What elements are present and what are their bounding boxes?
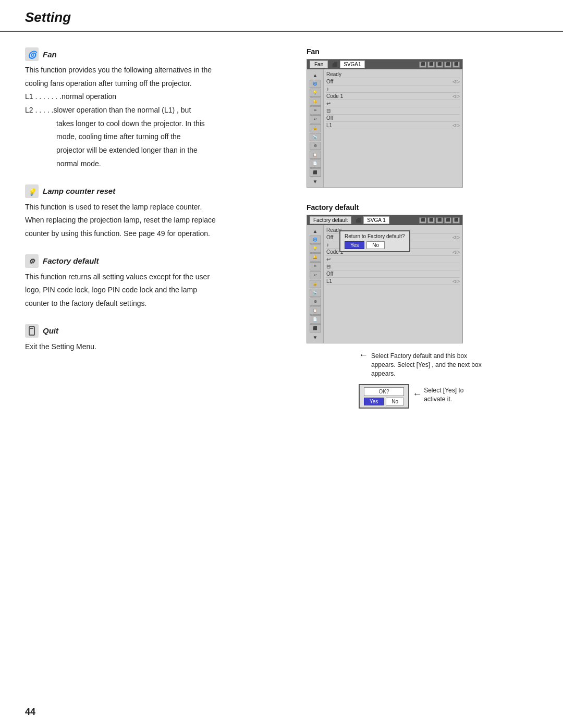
sidebar-icon-2: 💡 [310, 89, 321, 97]
factory-default-section-title: Factory default [43, 256, 99, 265]
factory-dialog2-no-button[interactable]: No [386, 398, 404, 405]
quit-title: Quit [25, 324, 286, 338]
fan-panel: Fan Fan ⬛ SVGA1 ⬛ ⬛ ⬛ ⬛ ⬛ ▲ [307, 47, 484, 188]
icon-5: ⬛ [452, 61, 460, 68]
lamp-line-3: counter by using this function. See page… [25, 228, 286, 240]
page-title: Setting [25, 9, 71, 25]
quit-section: Quit Exit the Setting Menu. [25, 324, 286, 353]
factory-default-section: ⚙ Factory default This function returns … [25, 254, 286, 310]
fan-line-7: projector will be extended longer than i… [56, 145, 286, 156]
factory-source: SVGA 1 [363, 216, 389, 224]
sidebar-down-arrow: ▼ [310, 177, 321, 186]
factory-mini-ui: Factory default ⬛ SVGA 1 ⬛ ⬛ ⬛ ⬛ ⬛ [307, 215, 463, 343]
factory-dialog-2-container: OK? Yes No ← Select [Yes] toactivate it. [359, 384, 484, 409]
factory-sicon-9: 📋 [310, 306, 321, 315]
factory-mini-sidebar: ▲ 🌀 💡 🔔 ✏ ↩ 🔒 📡 ⚙ 📋 📄 ⬛ ▼ [307, 225, 324, 343]
left-column: 🌀 Fan This function provides you the fol… [25, 47, 286, 409]
fan-row-off: Off ◁▷ [326, 78, 460, 85]
fan-section-title: Fan [43, 50, 57, 59]
ficon-5: ⬛ [452, 217, 460, 224]
fan-line-1: This function provides you the following… [25, 65, 286, 76]
lamp-counter-reset-section-title: Lamp counter reset [43, 187, 115, 195]
sidebar-icon-5: ↩ [310, 115, 321, 124]
sidebar-icon-8: ⚙ [310, 142, 321, 150]
factory-line-2: logo, PIN code lock, logo PIN code lock … [25, 285, 286, 296]
factory-sicon-6: 🔒 [310, 280, 321, 288]
fan-row-note: ♪ [326, 85, 460, 93]
fan-line-8: normal mode. [56, 158, 286, 170]
factory-sicon-1: 🌀 [310, 236, 321, 244]
svg-rect-6 [25, 324, 39, 338]
fan-mini-ui-header: Fan ⬛ SVGA1 ⬛ ⬛ ⬛ ⬛ ⬛ [307, 59, 462, 69]
page-header: Setting [0, 0, 563, 32]
factory-dialog2-yes-button[interactable]: Yes [364, 398, 384, 405]
lamp-line-2: When replacing the projection lamp, rese… [25, 215, 286, 226]
factory-sicon-2: 💡 [310, 244, 321, 253]
factory-default-panel-label: Factory default [307, 203, 484, 212]
fan-title: 🌀 Fan [25, 47, 286, 61]
lamp-counter-reset-body: This function is used to reset the lamp … [25, 202, 286, 240]
lamp-icon: 💡 [25, 184, 39, 198]
quit-body: Exit the Setting Menu. [25, 341, 286, 353]
factory-row-l1: L1 ◁▷ [326, 278, 460, 285]
fan-mini-ui-body: ▲ 🌀 💡 🔔 ✏ ↩ 🔒 📡 ⚙ 📋 📄 ⬛ ▼ [307, 69, 462, 187]
factory-default-container: Factory default ⬛ SVGA 1 ⬛ ⬛ ⬛ ⬛ ⬛ [307, 215, 484, 409]
lamp-counter-reset-section: 💡 Lamp counter reset This function is us… [25, 184, 286, 240]
fan-source-icon: ⬛ [332, 62, 338, 67]
sidebar-icon-4: ✏ [310, 106, 321, 115]
quit-section-title: Quit [43, 326, 58, 335]
factory-annotation-1-container: ← Select Factory default and this box ap… [359, 350, 484, 378]
fan-section: 🌀 Fan This function provides you the fol… [25, 47, 286, 170]
factory-sicon-4: ✏ [310, 262, 321, 270]
page-number: 44 [25, 707, 35, 717]
fan-row-return: ↩ [326, 100, 460, 107]
fan-mini-content: Ready Off ◁▷ ♪ Code 1 [324, 69, 462, 187]
factory-row-return: ↩ [326, 256, 460, 263]
fan-icon: 🌀 [25, 47, 39, 61]
factory-source-icon: ⬛ [356, 218, 361, 223]
svg-text:⚙: ⚙ [29, 257, 35, 265]
factory-dialog-2: OK? Yes No [359, 384, 409, 409]
factory-dialog-1-text: Return to Factory default? [345, 233, 405, 239]
sidebar-icon-9: 📋 [310, 151, 321, 159]
factory-dialog-yes-button[interactable]: Yes [345, 241, 364, 249]
factory-dialog-1: Return to Factory default? Yes No [339, 230, 410, 252]
fan-row-lock: ⊟ [326, 107, 460, 115]
factory-default-title: ⚙ Factory default [25, 254, 286, 268]
fan-mini-icons: ⬛ ⬛ ⬛ ⬛ ⬛ [419, 61, 460, 68]
fan-line-2: cooling fans operation after turning off… [25, 78, 286, 90]
fan-line-5: takes longer to cool down the projector.… [56, 118, 286, 130]
fan-line-3: L1 . . . . . . .normal operation [25, 91, 286, 103]
factory-dialog-2-label: OK? [364, 387, 404, 396]
fan-body: This function provides you the following… [25, 65, 286, 170]
factory-sidebar-up: ▲ [310, 227, 321, 235]
fan-line-6: mode, cooling time after turning off the [56, 131, 286, 143]
factory-default-panel: Factory default Factory default ⬛ SVGA 1… [307, 203, 484, 409]
factory-default-body: This function returns all setting values… [25, 272, 286, 310]
lamp-line-1: This function is used to reset the lamp … [25, 202, 286, 213]
fan-row-off2: Off [326, 115, 460, 122]
sidebar-up-arrow: ▲ [310, 71, 321, 79]
fan-line-4: L2 . . . . .slower operation than the no… [25, 105, 286, 116]
factory-line-3: counter to the factory default settings. [25, 298, 286, 310]
factory-annotation-1-text: Select Factory default and this box appe… [371, 352, 484, 378]
factory-mini-ui-header: Factory default ⬛ SVGA 1 ⬛ ⬛ ⬛ ⬛ ⬛ [307, 215, 462, 225]
page-footer: 44 [25, 707, 35, 718]
icon-3: ⬛ [436, 61, 443, 68]
right-column: Fan Fan ⬛ SVGA1 ⬛ ⬛ ⬛ ⬛ ⬛ ▲ [307, 47, 484, 409]
fan-panel-label: Fan [307, 47, 484, 56]
factory-dialog-1-buttons: Yes No [345, 241, 405, 249]
factory-mini-content: Ready Off ◁▷ ♪ [324, 225, 462, 343]
ficon-4: ⬛ [444, 217, 451, 224]
icon-4: ⬛ [444, 61, 451, 68]
fan-mini-ui: Fan ⬛ SVGA1 ⬛ ⬛ ⬛ ⬛ ⬛ ▲ 🌀 💡 [307, 59, 463, 188]
factory-sicon-3: 🔔 [310, 253, 321, 262]
factory-annotation-2-arrow: ← [412, 389, 422, 400]
factory-dialog-no-button[interactable]: No [366, 241, 385, 249]
lamp-counter-reset-title: 💡 Lamp counter reset [25, 184, 286, 198]
sidebar-icon-3: 🔔 [310, 97, 321, 106]
ficon-1: ⬛ [419, 217, 426, 224]
factory-tab: Factory default [310, 216, 351, 224]
factory-icon: ⚙ [25, 254, 39, 268]
ficon-2: ⬛ [427, 217, 435, 224]
